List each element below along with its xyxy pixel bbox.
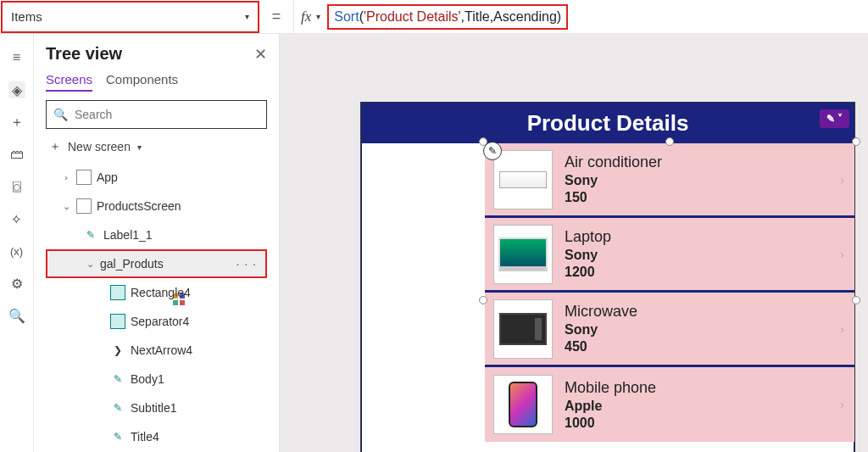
panel-title: Tree view [46,44,122,64]
gallery-row[interactable]: Air conditioner Sony 150 › [485,143,854,218]
design-canvas[interactable]: Product Details ✎ ˅ ✎ Air conditioner So… [280,34,868,452]
next-arrow-icon[interactable]: › [840,248,844,261]
product-body: 1000 [565,416,656,431]
tree-label: gal_Produts [100,257,164,271]
search-icon[interactable]: 🔍 [8,307,25,324]
product-subtitle: Sony [565,322,637,338]
tree-node-title[interactable]: ✎ Title4 [46,422,267,451]
text-icon: ✎ [110,371,125,387]
product-body: 1200 [565,265,611,280]
app-preview: Product Details ✎ ˅ ✎ Air conditioner So… [360,102,855,452]
product-image [493,225,553,284]
next-arrow-icon[interactable]: › [840,173,844,187]
tree-node-arrow[interactable]: ❯ NextArrow4 [46,336,267,365]
tree-label: Separator4 [131,315,189,328]
tree-label: Body1 [131,372,164,386]
tree-node-gallery[interactable]: ⌄ gal_Produts · · · [46,249,267,278]
insert-icon[interactable]: ＋ [8,114,25,131]
text-icon: ✎ [110,429,125,444]
gallery-row[interactable]: Laptop Sony 1200 › [485,218,854,293]
gallery-control[interactable]: ✎ Air conditioner Sony 150 › Laptop Sony [485,143,854,452]
app-title: Product Details [527,110,689,137]
formula-token: ) [557,9,561,25]
formula-token-string: 'Product Details' [364,9,461,25]
tree-node-app[interactable]: › App [46,163,267,192]
hamburger-icon[interactable]: ≡ [8,49,25,66]
arrow-icon: ❯ [110,343,125,358]
tree-node-subtitle[interactable]: ✎ Subtitle1 [46,393,267,422]
product-image [493,150,553,209]
chevron-down-icon: ▾ [137,142,142,152]
plus-icon: ＋ [49,139,61,154]
tree-label: App [97,170,118,184]
formula-token: Title [465,9,490,25]
label-icon: ✎ [83,227,98,243]
more-icon[interactable]: · · · [236,257,257,271]
tab-components[interactable]: Components [106,72,178,92]
gallery-row[interactable]: Mobile phone Apple 1000 › [485,367,854,442]
tree-node-sep[interactable]: Separator4 [46,307,267,336]
search-input[interactable]: 🔍 Search [46,100,267,129]
tree-view-panel: Tree view ✕ Screens Components 🔍 Search … [34,34,280,452]
product-body: 150 [565,190,662,205]
caret-right-icon: › [61,172,71,182]
product-title: Laptop [565,228,611,246]
tree-label: Rectangle4 [131,286,191,299]
tree-label: Title4 [131,430,159,444]
variables-icon[interactable]: (x) [8,243,25,259]
tree-node-screen[interactable]: ⌄ ProductsScreen [46,192,267,220]
tree-node-label[interactable]: ✎ Label1_1 [46,220,267,249]
tab-screens[interactable]: Screens [46,72,92,92]
header-badge[interactable]: ✎ ˅ [820,109,849,128]
property-name: Items [11,9,42,24]
fx-box[interactable]: fx ▾ [293,0,327,33]
formula-bar[interactable]: Sort ( 'Product Details' , Title , Ascen… [327,4,568,30]
equals-sign: = [259,8,293,25]
tools-icon[interactable]: ⚙ [8,275,25,292]
data-icon[interactable]: 🗃 [8,146,25,163]
product-title: Air conditioner [565,153,662,171]
property-selector[interactable]: Items ▾ [1,1,259,33]
product-image [493,299,553,359]
tree-label: ProductsScreen [97,199,181,213]
app-header: Product Details ✎ ˅ [361,103,854,143]
tree-node-body[interactable]: ✎ Body1 [46,365,267,393]
left-rail: ≡ ◈ ＋ 🗃 ⌼ ⟡ (x) ⚙ 🔍 [0,34,34,452]
power-icon[interactable]: ⟡ [8,210,25,227]
formula-token-fn: Sort [334,9,359,25]
gallery-row[interactable]: Microwave Sony 450 › [485,293,854,367]
separator-icon [110,314,125,329]
media-icon[interactable]: ⌼ [8,178,25,195]
search-icon: 🔍 [53,108,68,121]
chevron-down-icon: ▾ [245,12,249,21]
product-subtitle: Sony [565,248,611,263]
caret-down-icon: ⌄ [85,259,95,270]
edit-pencil-icon[interactable]: ✎ [483,142,502,160]
fx-label: fx [301,8,311,25]
product-subtitle: Sony [565,173,662,188]
search-placeholder: Search [75,108,112,121]
new-screen-label: New screen [68,140,131,153]
text-icon: ✎ [110,400,125,416]
tree-label: NextArrow4 [131,343,192,357]
product-subtitle: Apple [565,399,656,414]
product-body: 450 [565,339,637,354]
tree-label: Subtitle1 [131,401,176,415]
rectangle-icon [110,285,125,300]
tree-list: › App ⌄ ProductsScreen ✎ Label1_1 ⌄ gal_… [46,163,267,452]
new-screen-button[interactable]: ＋ New screen ▾ [46,134,267,159]
chevron-down-icon: ▾ [316,12,320,21]
formula-token: Ascending [493,9,557,25]
screen-icon [76,198,92,214]
tree-node-rect[interactable]: Rectangle4 [46,278,267,307]
product-image [493,375,553,434]
close-icon[interactable]: ✕ [254,45,267,64]
treeview-icon[interactable]: ◈ [8,81,25,98]
product-title: Microwave [565,303,637,321]
next-arrow-icon[interactable]: › [840,322,844,336]
product-title: Mobile phone [565,379,656,397]
next-arrow-icon[interactable]: › [840,398,844,411]
caret-down-icon: ⌄ [61,201,71,212]
tree-label: Label1_1 [103,228,153,242]
app-icon [76,170,92,185]
